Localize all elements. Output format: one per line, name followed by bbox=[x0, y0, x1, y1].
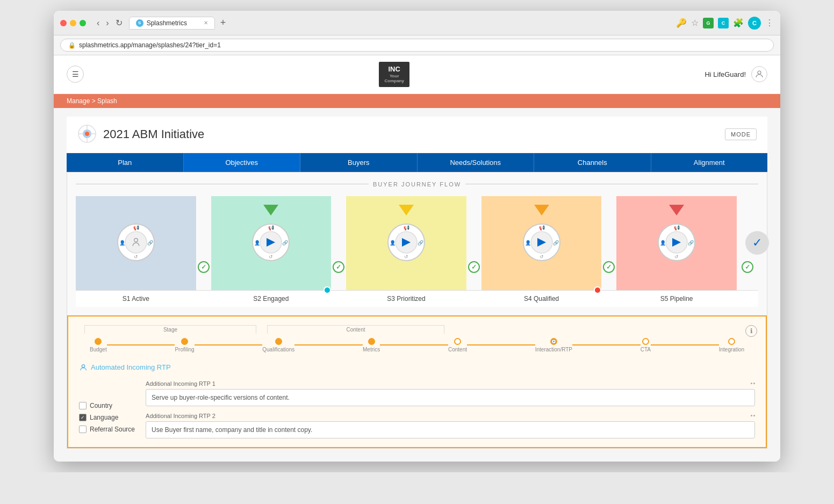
user-profile-icon[interactable] bbox=[751, 66, 767, 82]
tab-objectives[interactable]: Objectives bbox=[184, 153, 301, 172]
maximize-traffic-light[interactable] bbox=[80, 20, 86, 26]
rtp-field1-input[interactable]: Serve up buyer-role-specific versions of… bbox=[146, 389, 755, 406]
puzzle-icon[interactable]: 🧩 bbox=[733, 18, 744, 28]
svg-point-14 bbox=[134, 238, 138, 242]
checkbox-country[interactable]: Country bbox=[79, 402, 112, 409]
step-profiling[interactable]: Profiling bbox=[175, 338, 194, 352]
svg-text:👤: 👤 bbox=[660, 240, 666, 246]
rtp-section: Automated Incoming RTP Country ✓ Languag… bbox=[79, 363, 755, 438]
s3-triangle bbox=[399, 205, 414, 215]
step-label-profiling: Profiling bbox=[175, 347, 194, 352]
close-traffic-light[interactable] bbox=[60, 20, 67, 26]
step-label-metrics: Metrics bbox=[363, 347, 380, 352]
header-right: Hi LifeGuard! bbox=[704, 66, 767, 82]
s1-wheel[interactable]: 📢 🔗 ↺ 👤 bbox=[117, 223, 155, 262]
extension-icon-teal[interactable]: C bbox=[718, 18, 729, 28]
rtp-field1-label: Additional Incoming RTP 1 bbox=[146, 380, 215, 387]
address-bar[interactable]: 🔒 splashmetrics.app/manage/splashes/24?t… bbox=[60, 39, 774, 52]
initiative-icon bbox=[77, 124, 97, 145]
step-label-budget: Budget bbox=[90, 347, 107, 352]
traffic-lights bbox=[60, 20, 86, 26]
svg-text:🔗: 🔗 bbox=[417, 240, 423, 246]
new-tab-button[interactable]: + bbox=[217, 16, 229, 30]
progress-steps: Budget Profiling Qualifications bbox=[79, 336, 755, 355]
tab-close-button[interactable]: ✕ bbox=[204, 20, 208, 26]
step-dot-budget bbox=[95, 338, 102, 345]
browser-tab-splashmetrics[interactable]: S Splashmetrics ✕ bbox=[129, 17, 215, 30]
label-gap bbox=[256, 325, 267, 334]
menu-icon[interactable]: ☰ bbox=[67, 66, 84, 83]
country-checkbox[interactable] bbox=[79, 402, 87, 409]
check-s4-s5: ✓ bbox=[603, 261, 615, 273]
s5-triangle bbox=[669, 205, 684, 215]
svg-text:↺: ↺ bbox=[540, 254, 544, 260]
svg-point-44 bbox=[82, 364, 84, 367]
svg-text:👤: 👤 bbox=[389, 240, 396, 246]
step-dot-content bbox=[454, 338, 461, 345]
step-integration[interactable]: Integration bbox=[719, 338, 744, 352]
svg-text:👤: 👤 bbox=[119, 240, 125, 246]
more-options-icon[interactable]: ⋮ bbox=[765, 18, 774, 28]
tab-plan[interactable]: Plan bbox=[67, 153, 184, 172]
svg-text:📢: 📢 bbox=[538, 225, 545, 231]
minimize-traffic-light[interactable] bbox=[70, 20, 76, 26]
referral-checkbox[interactable] bbox=[79, 426, 87, 433]
buyer-journey-title: BUYER JOURNEY FLOW bbox=[76, 181, 758, 188]
step-line-4 bbox=[380, 344, 448, 345]
mode-button[interactable]: MODE bbox=[725, 128, 757, 140]
svg-text:↺: ↺ bbox=[404, 254, 408, 260]
back-button[interactable]: ‹ bbox=[95, 17, 102, 29]
content-section-label: Content bbox=[267, 325, 444, 334]
step-cta[interactable]: CTA bbox=[641, 338, 651, 352]
tab-needs-solutions[interactable]: Needs/Solutions bbox=[418, 153, 535, 172]
s3-wheel[interactable]: 📢 🔗 ↺ 👤 bbox=[387, 223, 426, 263]
stage-flow: 📢 🔗 ↺ 👤 ✓ bbox=[76, 196, 758, 290]
step-content[interactable]: Content bbox=[448, 338, 467, 352]
step-dot-integration bbox=[728, 338, 735, 345]
svg-text:👤: 👤 bbox=[524, 240, 531, 246]
step-budget[interactable]: Budget bbox=[90, 338, 107, 352]
step-qualifications[interactable]: Qualifications bbox=[262, 338, 294, 352]
user-avatar-chrome[interactable]: C bbox=[748, 17, 761, 30]
step-interaction-rtp[interactable]: Interaction/RTP bbox=[535, 338, 572, 352]
page-title: 2021 ABM Initiative bbox=[103, 127, 718, 141]
tab-buyers[interactable]: Buyers bbox=[300, 153, 418, 172]
checkbox-language[interactable]: ✓ Language bbox=[79, 414, 118, 421]
stage-labels-row: S1 Active S2 Engaged S3 Prioritized S4 Q… bbox=[76, 290, 758, 307]
tab-alignment[interactable]: Alignment bbox=[651, 153, 768, 172]
stage-s5: 📢 🔗 ↺ 👤 bbox=[616, 196, 737, 290]
language-checkbox[interactable]: ✓ bbox=[79, 414, 87, 421]
browser-titlebar: ‹ › ↻ S Splashmetrics ✕ + 🔑 ☆ G C 🧩 C ⋮ bbox=[54, 11, 780, 35]
app-logo: INC Your Company bbox=[379, 62, 409, 87]
forward-button[interactable]: › bbox=[104, 17, 111, 29]
step-dot-cta bbox=[642, 338, 649, 345]
s4-wheel[interactable]: 📢 🔗 ↺ 👤 bbox=[522, 223, 561, 263]
connector-s2-s3: ✓ bbox=[331, 261, 346, 273]
s1-wheel-center bbox=[131, 237, 141, 248]
buyer-journey-section: BUYER JOURNEY FLOW 📢 🔗 bbox=[67, 172, 767, 315]
svg-text:↺: ↺ bbox=[269, 254, 273, 260]
detail-panel: ℹ Stage Content Budget bbox=[67, 315, 767, 448]
s2-wheel[interactable]: 📢 🔗 ↺ 👤 bbox=[251, 223, 290, 263]
rtp-checkboxes: Country ✓ Language Referral Source bbox=[79, 380, 135, 438]
bookmark-icon[interactable]: ☆ bbox=[691, 18, 699, 28]
tab-channels[interactable]: Channels bbox=[534, 153, 651, 172]
svg-text:↺: ↺ bbox=[674, 254, 679, 260]
reload-button[interactable]: ↻ bbox=[113, 17, 125, 29]
svg-text:📢: 📢 bbox=[403, 225, 409, 231]
step-dot-qualifications bbox=[275, 338, 282, 345]
buyer-journey-label: BUYER JOURNEY FLOW bbox=[373, 181, 461, 188]
step-line-6 bbox=[572, 344, 641, 345]
step-metrics[interactable]: Metrics bbox=[363, 338, 380, 352]
step-label-cta: CTA bbox=[641, 347, 651, 352]
checkbox-referral[interactable]: Referral Source bbox=[79, 426, 135, 433]
svg-point-3 bbox=[85, 132, 89, 136]
s5-wheel[interactable]: 📢 🔗 ↺ 👤 bbox=[657, 223, 696, 263]
extension-icon-green[interactable]: G bbox=[703, 18, 714, 28]
progress-section-labels: Stage Content bbox=[79, 325, 755, 334]
info-icon[interactable]: ℹ bbox=[745, 325, 757, 337]
referral-label: Referral Source bbox=[90, 426, 135, 433]
rtp-field2-input[interactable]: Use Buyer first name, company and title … bbox=[146, 421, 755, 438]
step-line-1 bbox=[107, 344, 175, 345]
s1-triangle-placeholder bbox=[128, 205, 143, 215]
